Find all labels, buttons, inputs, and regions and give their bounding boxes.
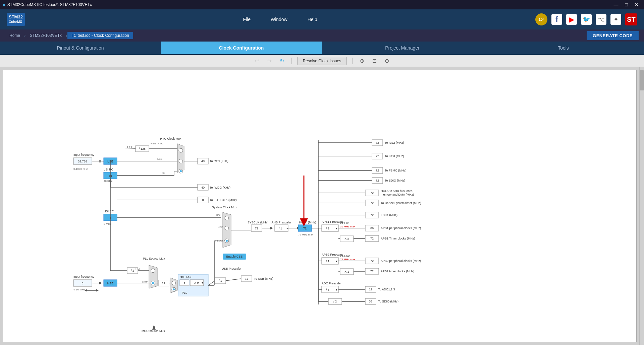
svg-text:System Clock Mux: System Clock Mux xyxy=(212,206,237,209)
logo-text: STM32CubeMX xyxy=(9,15,23,24)
svg-text:To I2S3 (MHz): To I2S3 (MHz) xyxy=(385,154,404,158)
svg-text:72: 72 xyxy=(370,191,374,195)
nav-help[interactable]: Help xyxy=(308,17,317,22)
svg-text:HCLK (MHz): HCLK (MHz) xyxy=(299,221,316,224)
svg-point-21 xyxy=(180,170,182,172)
svg-text:APB1 peripheral clocks (MHz): APB1 peripheral clocks (MHz) xyxy=(381,226,421,230)
svg-text:0-1000 KHz: 0-1000 KHz xyxy=(73,167,88,170)
clock-diagram-canvas[interactable]: text { font-family: Arial, sans-serif; }… xyxy=(3,70,637,342)
svg-text:PCLK2: PCLK2 xyxy=(340,254,350,258)
tab-bar: Pinout & Configuration Clock Configurati… xyxy=(0,42,644,55)
minimize-button[interactable]: — xyxy=(611,1,621,8)
svg-text:PCLK1: PCLK1 xyxy=(340,221,350,225)
breadcrumb-home[interactable]: Home xyxy=(5,32,24,39)
scroll-thumb[interactable] xyxy=(640,70,644,90)
twitter-icon[interactable]: 🐦 xyxy=(581,14,592,25)
svg-point-19 xyxy=(179,159,183,163)
maximize-button[interactable]: □ xyxy=(623,1,631,8)
svg-text:▾: ▾ xyxy=(336,227,337,230)
svg-text:HSI: HSI xyxy=(136,267,140,270)
svg-text:SYSCLK (MHz): SYSCLK (MHz) xyxy=(248,221,269,224)
svg-marker-117 xyxy=(270,227,273,229)
svg-text:To Cortex System timer (MHz): To Cortex System timer (MHz) xyxy=(381,201,421,205)
st-icon[interactable]: ST xyxy=(625,13,637,25)
svg-line-23 xyxy=(125,148,136,148)
community-icon[interactable]: ✦ xyxy=(610,14,621,25)
svg-text:40 KHz: 40 KHz xyxy=(104,180,112,183)
zoom-out-button[interactable]: ⊖ xyxy=(383,57,391,65)
fit-button[interactable]: ⊡ xyxy=(370,57,379,65)
toolbar-separator xyxy=(291,58,292,64)
tab-project[interactable]: Project Manager xyxy=(322,42,483,54)
svg-text:▾: ▾ xyxy=(336,260,337,263)
svg-text:APB2 Prescaler: APB2 Prescaler xyxy=(322,253,343,256)
tab-tools[interactable]: Tools xyxy=(483,42,644,54)
facebook-icon[interactable]: f xyxy=(551,14,562,25)
svg-text:LSI: LSI xyxy=(161,172,165,175)
youtube-icon[interactable]: ▶ xyxy=(566,14,577,25)
breadcrumb-device[interactable]: STM32F103VETx xyxy=(26,32,66,39)
svg-text:LSE: LSE xyxy=(157,157,162,160)
svg-text:To RTC (KHz): To RTC (KHz) xyxy=(210,159,228,163)
svg-text:72: 72 xyxy=(370,201,374,205)
refresh-button[interactable]: ↻ xyxy=(278,57,286,65)
close-button[interactable]: ✕ xyxy=(632,1,641,8)
svg-text:To SDIO (MHz): To SDIO (MHz) xyxy=(378,300,398,303)
svg-point-58 xyxy=(226,240,228,242)
svg-point-55 xyxy=(225,216,229,220)
svg-point-56 xyxy=(225,226,229,230)
svg-text:PLL Source Mux: PLL Source Mux xyxy=(143,257,165,260)
svg-text:HSE_RTC: HSE_RTC xyxy=(151,142,163,145)
resolve-clock-button[interactable]: Resolve Clock Issues xyxy=(297,57,347,65)
main-area: text { font-family: Arial, sans-serif; }… xyxy=(0,67,644,345)
svg-text:*PLLMul: *PLLMul xyxy=(180,276,191,279)
svg-text:72: 72 xyxy=(370,237,374,240)
tab-clock[interactable]: Clock Configuration xyxy=(161,42,322,54)
svg-text:/ 2: / 2 xyxy=(326,227,329,230)
tab-pinout[interactable]: Pinout & Configuration xyxy=(0,42,161,54)
svg-text:To ADC1,2,3: To ADC1,2,3 xyxy=(378,288,395,291)
svg-text:HSE: HSE xyxy=(218,226,223,229)
breadcrumb-bar: Home › STM32F103VETx › IIC test.ioc - Cl… xyxy=(0,29,644,42)
svg-text:APB1 Timer clocks (MHz): APB1 Timer clocks (MHz) xyxy=(381,237,415,240)
svg-text:4-16 MHz: 4-16 MHz xyxy=(73,288,85,291)
svg-text:Input frequency: Input frequency xyxy=(73,153,95,156)
svg-text:▾: ▾ xyxy=(202,281,203,284)
svg-text:8: 8 xyxy=(183,281,185,284)
nav-links: File Window Help xyxy=(243,17,317,22)
generate-code-button[interactable]: GENERATE CODE xyxy=(587,31,639,40)
breadcrumbs: Home › STM32F103VETx › IIC test.ioc - Cl… xyxy=(5,32,133,39)
nav-window[interactable]: Window xyxy=(271,17,287,22)
svg-text:72: 72 xyxy=(370,259,374,263)
breadcrumb-config[interactable]: IIC test.ioc - Clock Configuration xyxy=(67,32,133,39)
svg-text:/ 2: / 2 xyxy=(131,269,134,272)
nav-file[interactable]: File xyxy=(243,17,251,22)
undo-button[interactable]: ↩ xyxy=(253,57,261,65)
svg-text:/ 6: / 6 xyxy=(326,288,329,291)
svg-text:APB2 peripheral clocks (MHz): APB2 peripheral clocks (MHz) xyxy=(381,259,421,263)
svg-text:MCO source Mux: MCO source Mux xyxy=(142,329,165,333)
vertical-scrollbar[interactable] xyxy=(639,67,644,345)
title-text: STM32CubeMX IIC test.ioc*: STM32F103VETx xyxy=(7,2,92,7)
svg-point-18 xyxy=(179,148,183,152)
svg-text:40: 40 xyxy=(201,159,205,163)
svg-text:36: 36 xyxy=(370,226,374,230)
social-icons: 10° f ▶ 🐦 ⌥ ✦ ST xyxy=(535,13,637,25)
svg-text:/ 1: / 1 xyxy=(162,281,165,285)
svg-marker-68 xyxy=(99,282,102,284)
redo-button[interactable]: ↪ xyxy=(265,57,274,65)
svg-text:APB1 Prescaler: APB1 Prescaler xyxy=(322,220,343,223)
logo-box: STM32CubeMX xyxy=(7,13,25,26)
svg-text:/ 1: / 1 xyxy=(326,260,329,263)
zoom-in-button[interactable]: ⊕ xyxy=(358,57,366,65)
toolbar: ↩ ↪ ↻ Resolve Clock Issues ⊕ ⊡ ⊖ xyxy=(0,55,644,67)
anniversary-badge: 10° xyxy=(535,13,547,25)
svg-marker-217 xyxy=(152,325,156,330)
svg-marker-71 xyxy=(96,289,99,292)
svg-rect-11 xyxy=(99,160,101,162)
svg-text:To SDIO (MHz): To SDIO (MHz) xyxy=(385,179,405,182)
svg-text:12: 12 xyxy=(369,288,372,291)
titlebar: ■ STM32CubeMX IIC test.ioc*: STM32F103VE… xyxy=(0,0,644,9)
svg-text:AHB Prescaler: AHB Prescaler xyxy=(271,221,291,224)
github-icon[interactable]: ⌥ xyxy=(596,14,606,25)
